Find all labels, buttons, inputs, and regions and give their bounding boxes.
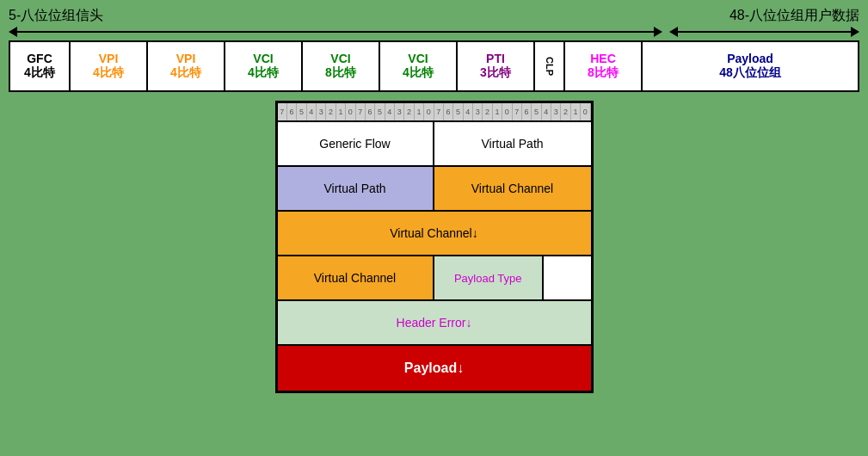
arrow-head-right-icon	[851, 27, 859, 37]
ruler-tick: 0	[502, 103, 512, 120]
ruler-tick: 5	[297, 103, 306, 120]
diagram-cell-0-0: Generic Flow	[278, 122, 434, 165]
ruler-tick: 4	[542, 103, 551, 120]
arrow-right-segment	[669, 27, 859, 37]
ruler-tick: 6	[366, 103, 375, 120]
top-labels: 5-八位位组信头 48-八位位组用户数据	[0, 0, 868, 27]
ruler-tick: 7	[513, 103, 522, 120]
atm-cell-hec: HEC8比特	[565, 42, 643, 90]
ruler-tick: 5	[453, 103, 463, 120]
ruler-tick: 2	[561, 103, 570, 120]
diagram-cell-1-0: Virtual Path	[278, 167, 434, 210]
diagram-row-2: Virtual Channel↓	[278, 212, 591, 256]
ruler-tick: 6	[522, 103, 532, 120]
atm-cell-vpi2: VPI4比特	[148, 42, 225, 90]
diagram-row-0: Generic FlowVirtual Path	[278, 122, 591, 167]
ruler-tick: 1	[571, 103, 581, 120]
ruler-tick: 5	[375, 103, 385, 120]
arrow-line-right	[678, 31, 851, 33]
arrow-head-left-icon	[9, 27, 17, 37]
ruler-tick: 7	[278, 103, 287, 120]
arrow-line-left	[17, 31, 654, 33]
diagram-cell-2-0: Virtual Channel↓	[278, 212, 591, 255]
arrow-head-right-left-icon	[654, 27, 662, 37]
ruler-tick: 3	[551, 103, 561, 120]
ruler-tick: 3	[395, 103, 404, 120]
ruler-tick: 4	[385, 103, 395, 120]
userdata-label: 48-八位位组用户数据	[729, 7, 859, 25]
diagram-cell-3-0: Virtual Channel	[278, 256, 434, 299]
diagram-ruler: 76543210765432107654321076543210	[278, 103, 591, 122]
ruler-tick: 1	[336, 103, 346, 120]
ruler-tick: 4	[307, 103, 317, 120]
atm-bar: GFC4比特VPI4比特VPI4比特VCI4比特VCI8比特VCI4比特PTI3…	[9, 40, 859, 92]
diagram-row-3: Virtual ChannelPayload Type	[278, 256, 591, 301]
atm-cell-vci1: VCI4比特	[225, 42, 303, 90]
ruler-tick: 3	[317, 103, 326, 120]
ruler-tick: 3	[473, 103, 483, 120]
ruler-tick: 1	[493, 103, 502, 120]
ruler-tick: 5	[532, 103, 541, 120]
ruler-tick: 6	[287, 103, 297, 120]
arrow-left-segment	[9, 27, 662, 37]
arrow-head-left-right-icon	[669, 27, 678, 37]
diagram-cell-3-1: Payload Type	[434, 256, 544, 299]
header-label: 5-八位位组信头	[9, 7, 103, 25]
atm-cell-clp: CLP	[535, 42, 565, 90]
atm-cell-pti: PTI3比特	[458, 42, 535, 90]
ruler-tick: 6	[444, 103, 453, 120]
atm-cell-payload: Payload48八位位组	[643, 42, 858, 90]
atm-cell-vci3: VCI4比特	[380, 42, 458, 90]
ruler-tick: 7	[356, 103, 366, 120]
ruler-tick: 4	[464, 103, 473, 120]
bit-diagram: 76543210765432107654321076543210 Generic…	[275, 101, 594, 393]
ruler-tick: 2	[326, 103, 336, 120]
diagram-row-5: Payload↓	[278, 346, 591, 391]
diagram-cell-1-1: Virtual Channel	[434, 167, 591, 210]
diagram-cell-3-2	[544, 256, 591, 299]
ruler-tick: 0	[424, 103, 434, 120]
diagram-row-4: Header Error↓	[278, 301, 591, 346]
atm-cell-vci2: VCI8比特	[303, 42, 380, 90]
diagram-row-1: Virtual PathVirtual Channel	[278, 167, 591, 212]
diagram-cell-4-0: Header Error↓	[278, 301, 591, 344]
ruler-tick: 2	[483, 103, 492, 120]
ruler-tick: 1	[415, 103, 424, 120]
ruler-tick: 0	[346, 103, 355, 120]
ruler-tick: 7	[434, 103, 444, 120]
atm-cell-vpi1: VPI4比特	[71, 42, 148, 90]
ruler-tick: 2	[404, 103, 414, 120]
atm-cell-gfc: GFC4比特	[10, 42, 71, 90]
arrow-row	[0, 27, 868, 37]
diagram-cell-5-0: Payload↓	[278, 346, 591, 391]
diagram-cell-0-1: Virtual Path	[434, 122, 591, 165]
ruler-tick: 0	[581, 103, 590, 120]
diagram-area: 76543210765432107654321076543210 Generic…	[0, 101, 868, 393]
